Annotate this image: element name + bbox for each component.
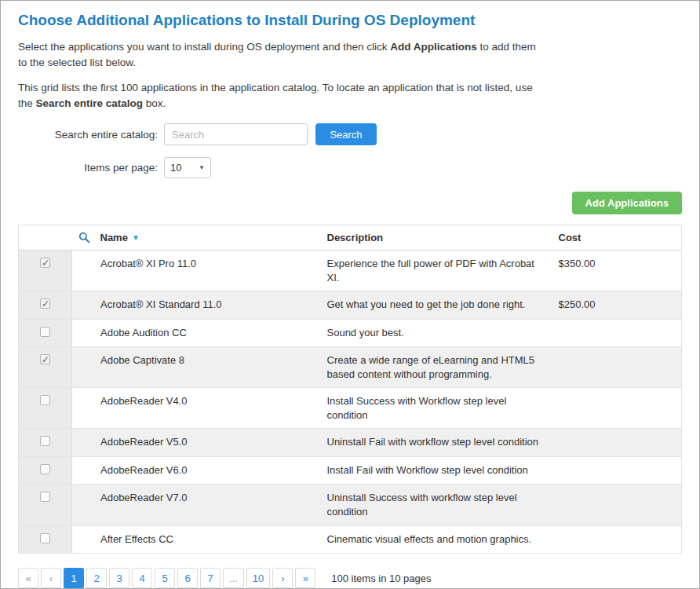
row-checkbox[interactable] xyxy=(40,327,50,337)
items-per-page-label: Items per page: xyxy=(18,162,158,174)
table-row: AdobeReader V5.0Uninstall Fail with work… xyxy=(19,429,682,457)
app-description: Install Fail with Workflow step level co… xyxy=(321,456,552,485)
column-header-cost: Cost xyxy=(552,225,682,251)
search-row: Search entire catalog: Search xyxy=(18,123,682,145)
pagination-button[interactable]: 5 xyxy=(155,568,175,588)
row-checkbox-cell xyxy=(19,347,72,388)
pagination-button[interactable]: » xyxy=(295,568,315,588)
add-applications-row: Add Applications xyxy=(18,192,682,214)
pagination-button[interactable]: 2 xyxy=(86,568,107,588)
search-catalog-label: Search entire catalog: xyxy=(18,129,158,141)
app-cost xyxy=(552,485,682,525)
app-name: AdobeReader V7.0 xyxy=(72,485,321,525)
pagination-button[interactable]: « xyxy=(18,568,38,588)
app-name: After Effects CC xyxy=(72,525,321,554)
column-header-select xyxy=(19,225,72,251)
pagination-button[interactable]: 1 xyxy=(64,568,84,588)
app-name: Acrobat® XI Standard 11.0 xyxy=(72,291,321,320)
row-checkbox[interactable] xyxy=(40,298,50,309)
row-checkbox-cell xyxy=(19,429,72,457)
page-title: Choose Additional Applications to Instal… xyxy=(18,12,682,29)
row-checkbox-cell xyxy=(19,485,72,525)
pagination-button[interactable]: 3 xyxy=(109,568,129,588)
pagination-button[interactable]: 4 xyxy=(132,568,152,588)
app-name: AdobeReader V5.0 xyxy=(72,429,321,457)
app-name: Adobe Audition CC xyxy=(72,319,321,347)
app-description: Experience the full power of PDF with Ac… xyxy=(321,251,552,291)
app-description: Get what you need to get the job done ri… xyxy=(321,291,552,320)
table-row: Adobe Captivate 8Create a wide range of … xyxy=(19,347,682,388)
app-cost xyxy=(552,456,682,485)
app-description: Uninstall Fail with workflow step level … xyxy=(321,429,552,457)
table-row: Acrobat® XI Standard 11.0Get what you ne… xyxy=(19,291,682,320)
row-checkbox[interactable] xyxy=(40,395,50,405)
add-applications-button[interactable]: Add Applications xyxy=(572,192,682,214)
pagination-button[interactable]: ‹ xyxy=(41,568,61,588)
app-description: Create a wide range of eLearning and HTM… xyxy=(321,347,552,388)
search-icon[interactable] xyxy=(78,232,90,243)
pagination: «‹1234567...10›» xyxy=(18,568,315,588)
app-name: AdobeReader V6.0 xyxy=(72,456,321,485)
pagination-row: «‹1234567...10›» 100 items in 10 pages xyxy=(18,568,682,588)
app-table-body: Acrobat® XI Pro 11.0Experience the full … xyxy=(19,251,682,554)
table-row: Acrobat® XI Pro 11.0Experience the full … xyxy=(19,251,682,291)
table-row: AdobeReader V7.0Uninstall Success with w… xyxy=(19,485,682,525)
search-input[interactable] xyxy=(164,123,308,145)
intro-text-2: This grid lists the first 100 applicatio… xyxy=(18,80,536,112)
row-checkbox[interactable] xyxy=(40,354,50,364)
row-checkbox[interactable] xyxy=(40,492,50,502)
applications-table: Name ▼ Description Cost Acrobat® XI Pro … xyxy=(18,225,682,554)
pagination-summary: 100 items in 10 pages xyxy=(331,573,431,584)
app-name: Acrobat® XI Pro 11.0 xyxy=(72,251,321,291)
pagination-button[interactable]: 6 xyxy=(177,568,198,588)
app-cost xyxy=(552,525,682,554)
app-cost xyxy=(552,347,682,388)
row-checkbox-cell xyxy=(19,291,72,320)
row-checkbox[interactable] xyxy=(40,258,50,268)
column-header-name-label: Name xyxy=(100,232,128,243)
row-checkbox-cell xyxy=(19,251,72,291)
sort-desc-icon[interactable]: ▼ xyxy=(132,233,140,242)
app-description: Install Success with Workflow step level… xyxy=(321,388,552,429)
app-name: Adobe Captivate 8 xyxy=(72,347,321,388)
app-description: Uninstall Success with workflow step lev… xyxy=(321,485,552,525)
chevron-down-icon: ▼ xyxy=(199,164,205,171)
pagination-button[interactable]: › xyxy=(272,568,293,588)
app-cost: $350.00 xyxy=(552,251,682,291)
row-checkbox-cell xyxy=(19,456,72,485)
items-per-page-row: Items per page: 10 ▼ xyxy=(18,157,682,178)
row-checkbox-cell xyxy=(19,319,72,347)
deployment-dialog: Choose Additional Applications to Instal… xyxy=(0,0,700,589)
column-header-name[interactable]: Name ▼ xyxy=(72,225,321,251)
pagination-button[interactable]: 10 xyxy=(246,568,270,588)
app-description: Cinematic visual effects and motion grap… xyxy=(321,525,552,554)
pagination-button[interactable]: 7 xyxy=(200,568,221,588)
pagination-ellipsis: ... xyxy=(223,568,244,588)
search-button[interactable]: Search xyxy=(315,123,377,145)
items-per-page-select[interactable]: 10 ▼ xyxy=(164,157,211,178)
app-cost: $250.00 xyxy=(552,291,682,320)
table-header-row: Name ▼ Description Cost xyxy=(19,225,682,251)
table-row: AdobeReader V6.0Install Fail with Workfl… xyxy=(19,456,682,485)
row-checkbox-cell xyxy=(19,525,72,554)
column-header-description: Description xyxy=(321,225,552,251)
items-per-page-value: 10 xyxy=(170,162,181,174)
app-name: AdobeReader V4.0 xyxy=(72,388,321,429)
app-cost xyxy=(552,429,682,457)
row-checkbox[interactable] xyxy=(40,464,50,474)
row-checkbox[interactable] xyxy=(40,533,50,543)
app-cost xyxy=(552,319,682,347)
table-row: Adobe Audition CCSound your best. xyxy=(19,319,682,347)
row-checkbox-cell xyxy=(19,388,72,429)
intro-text-1: Select the applications you want to inst… xyxy=(18,39,536,71)
table-row: After Effects CCCinematic visual effects… xyxy=(19,525,682,554)
app-cost xyxy=(552,388,682,429)
app-description: Sound your best. xyxy=(321,319,552,347)
row-checkbox[interactable] xyxy=(40,436,50,446)
table-row: AdobeReader V4.0Install Success with Wor… xyxy=(19,388,682,429)
